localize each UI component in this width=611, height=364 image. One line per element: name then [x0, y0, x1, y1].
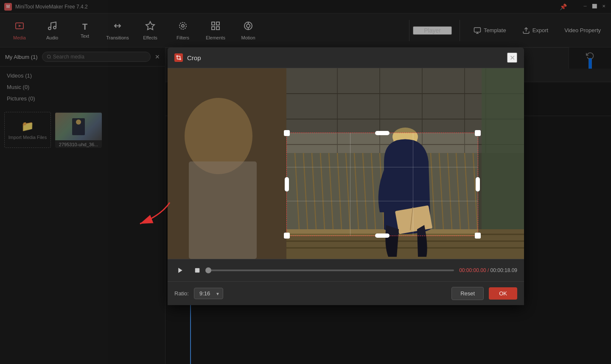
grid-h1 — [287, 167, 478, 167]
handle-right-center[interactable] — [476, 177, 480, 192]
crop-rectangle[interactable] — [286, 133, 478, 236]
handle-left-center[interactable] — [285, 177, 289, 192]
handle-bottom-left[interactable] — [284, 233, 290, 239]
crop-canvas-area — [168, 68, 524, 259]
crop-dialog-header: Crop ✕ — [168, 47, 524, 68]
ratio-label: Ratio: — [174, 290, 189, 297]
svg-rect-72 — [195, 268, 200, 273]
handle-top-right[interactable] — [475, 130, 481, 136]
crop-dialog: Crop ✕ — [168, 47, 524, 305]
overlay-left — [168, 68, 286, 259]
handle-top-left[interactable] — [284, 130, 290, 136]
grid-v2 — [413, 133, 413, 236]
overlay-right — [478, 133, 524, 236]
ratio-select[interactable]: Free 1:1 4:3 16:9 9:16 21:9 — [194, 288, 223, 299]
handle-bottom-center[interactable] — [375, 233, 390, 238]
time-separator: / — [486, 267, 490, 273]
dialog-overlay: Crop ✕ — [0, 0, 611, 364]
handle-top-center[interactable] — [375, 131, 390, 135]
overlay-top-right — [286, 68, 524, 133]
crop-preview-bg — [168, 68, 524, 259]
grid-v1 — [350, 133, 350, 236]
ratio-select-wrapper: Free 1:1 4:3 16:9 9:16 21:9 ▼ — [194, 288, 223, 299]
total-time: 00:00:18.09 — [490, 267, 517, 273]
crop-footer: Ratio: Free 1:1 4:3 16:9 9:16 21:9 ▼ Res… — [168, 281, 524, 305]
crop-dialog-close-button[interactable]: ✕ — [507, 53, 517, 63]
current-time: 00:00:00.00 — [459, 267, 486, 273]
stop-button[interactable] — [191, 264, 203, 276]
playback-controls: 00:00:00.00 / 00:00:18.09 — [168, 259, 524, 281]
overlay-bottom — [286, 236, 524, 259]
progress-bar[interactable] — [208, 270, 454, 271]
reset-button[interactable]: Reset — [451, 287, 484, 300]
handle-bottom-right[interactable] — [475, 233, 481, 239]
svg-marker-71 — [178, 268, 182, 273]
crop-overlay — [168, 68, 524, 259]
grid-h2 — [287, 201, 478, 201]
crop-dialog-icon — [174, 53, 183, 62]
crop-dialog-title: Crop — [187, 54, 503, 61]
ok-button[interactable]: OK — [489, 287, 517, 300]
play-button[interactable] — [174, 264, 186, 276]
time-display: 00:00:00.00 / 00:00:18.09 — [459, 267, 517, 273]
progress-thumb — [205, 267, 211, 273]
